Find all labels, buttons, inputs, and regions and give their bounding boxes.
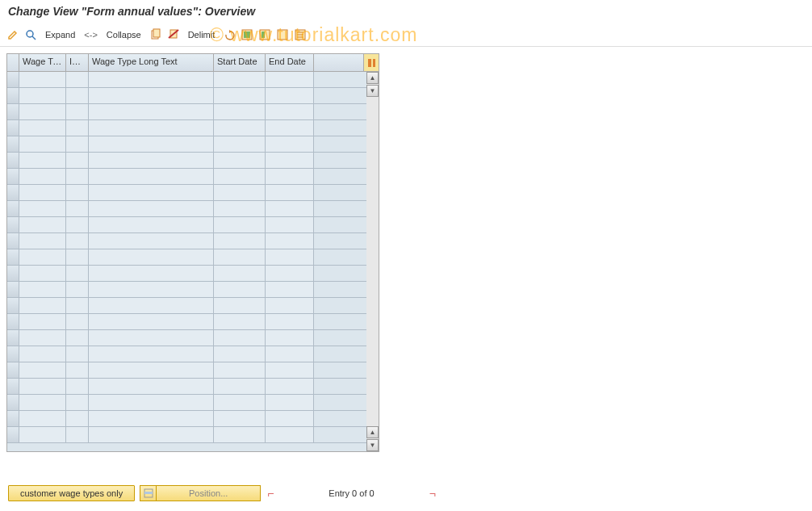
cell-wage-type[interactable] bbox=[19, 104, 66, 119]
header-wage-type[interactable]: Wage Ty… bbox=[19, 54, 66, 71]
cell-end-date[interactable] bbox=[266, 362, 314, 378]
undo-icon[interactable] bbox=[223, 28, 236, 41]
cell-long-text[interactable] bbox=[89, 72, 214, 87]
cell-inf[interactable] bbox=[66, 153, 89, 168]
cell-inf[interactable] bbox=[66, 104, 89, 119]
cell-end-date[interactable] bbox=[266, 185, 314, 200]
table-row[interactable] bbox=[7, 120, 379, 136]
cell-start-date[interactable] bbox=[214, 104, 266, 119]
vertical-scrollbar[interactable]: ▲ ▼ ▲ ▼ bbox=[366, 72, 379, 451]
row-selector[interactable] bbox=[7, 185, 19, 200]
table-row[interactable] bbox=[7, 346, 379, 362]
cell-end-date[interactable] bbox=[266, 233, 314, 249]
cell-long-text[interactable] bbox=[89, 298, 214, 313]
row-selector[interactable] bbox=[7, 427, 19, 442]
cell-inf[interactable] bbox=[66, 379, 89, 394]
row-selector[interactable] bbox=[7, 282, 19, 297]
position-button[interactable]: Position... bbox=[156, 485, 261, 501]
table-row[interactable] bbox=[7, 314, 379, 330]
cell-long-text[interactable] bbox=[89, 201, 214, 216]
print-icon[interactable] bbox=[294, 28, 307, 41]
cell-inf[interactable] bbox=[66, 395, 89, 410]
cell-wage-type[interactable] bbox=[19, 362, 66, 378]
cell-inf[interactable] bbox=[66, 136, 89, 152]
cell-start-date[interactable] bbox=[214, 427, 266, 442]
cell-wage-type[interactable] bbox=[19, 169, 66, 184]
delimit-button[interactable]: Delimit bbox=[185, 30, 219, 40]
row-selector[interactable] bbox=[7, 120, 19, 136]
cell-start-date[interactable] bbox=[214, 379, 266, 394]
table-row[interactable] bbox=[7, 395, 379, 411]
cell-start-date[interactable] bbox=[214, 395, 266, 410]
cell-long-text[interactable] bbox=[89, 88, 214, 103]
cell-end-date[interactable] bbox=[266, 104, 314, 119]
cell-start-date[interactable] bbox=[214, 346, 266, 362]
table-row[interactable] bbox=[7, 104, 379, 120]
cell-end-date[interactable] bbox=[266, 120, 314, 136]
row-selector[interactable] bbox=[7, 72, 19, 87]
table-row[interactable] bbox=[7, 298, 379, 314]
cell-wage-type[interactable] bbox=[19, 427, 66, 442]
header-long-text[interactable]: Wage Type Long Text bbox=[89, 54, 214, 71]
cell-start-date[interactable] bbox=[214, 249, 266, 265]
cell-long-text[interactable] bbox=[89, 185, 214, 200]
cell-wage-type[interactable] bbox=[19, 395, 66, 410]
table-row[interactable] bbox=[7, 266, 379, 282]
cell-inf[interactable] bbox=[66, 233, 89, 249]
cell-wage-type[interactable] bbox=[19, 282, 66, 297]
cell-start-date[interactable] bbox=[214, 411, 266, 426]
row-selector[interactable] bbox=[7, 379, 19, 394]
cell-start-date[interactable] bbox=[214, 330, 266, 346]
table-row[interactable] bbox=[7, 201, 379, 217]
cell-start-date[interactable] bbox=[214, 282, 266, 297]
cell-end-date[interactable] bbox=[266, 153, 314, 168]
cell-inf[interactable] bbox=[66, 201, 89, 216]
table-row[interactable] bbox=[7, 233, 379, 249]
cell-long-text[interactable] bbox=[89, 153, 214, 168]
row-selector[interactable] bbox=[7, 136, 19, 152]
cell-end-date[interactable] bbox=[266, 411, 314, 426]
cell-end-date[interactable] bbox=[266, 217, 314, 232]
cell-long-text[interactable] bbox=[89, 120, 214, 136]
cell-start-date[interactable] bbox=[214, 88, 266, 103]
table-row[interactable] bbox=[7, 217, 379, 233]
cell-long-text[interactable] bbox=[89, 330, 214, 346]
cell-inf[interactable] bbox=[66, 346, 89, 362]
cell-inf[interactable] bbox=[66, 427, 89, 442]
cell-inf[interactable] bbox=[66, 217, 89, 232]
cell-start-date[interactable] bbox=[214, 298, 266, 313]
cell-inf[interactable] bbox=[66, 249, 89, 265]
cell-long-text[interactable] bbox=[89, 104, 214, 119]
cell-inf[interactable] bbox=[66, 120, 89, 136]
cell-start-date[interactable] bbox=[214, 153, 266, 168]
scroll-up-icon[interactable]: ▲ bbox=[366, 72, 379, 84]
row-selector[interactable] bbox=[7, 88, 19, 103]
cell-inf[interactable] bbox=[66, 169, 89, 184]
table-row[interactable] bbox=[7, 330, 379, 346]
cell-inf[interactable] bbox=[66, 72, 89, 87]
row-selector[interactable] bbox=[7, 169, 19, 184]
cell-inf[interactable] bbox=[66, 266, 89, 281]
cell-long-text[interactable] bbox=[89, 169, 214, 184]
cell-start-date[interactable] bbox=[214, 169, 266, 184]
cell-end-date[interactable] bbox=[266, 136, 314, 152]
cell-long-text[interactable] bbox=[89, 395, 214, 410]
cell-end-date[interactable] bbox=[266, 169, 314, 184]
cell-inf[interactable] bbox=[66, 185, 89, 200]
cell-end-date[interactable] bbox=[266, 88, 314, 103]
cell-start-date[interactable] bbox=[214, 120, 266, 136]
expand-button[interactable]: Expand bbox=[42, 30, 78, 40]
header-start-date[interactable]: Start Date bbox=[214, 54, 266, 71]
cell-end-date[interactable] bbox=[266, 346, 314, 362]
cell-wage-type[interactable] bbox=[19, 346, 66, 362]
cell-wage-type[interactable] bbox=[19, 314, 66, 329]
cell-long-text[interactable] bbox=[89, 411, 214, 426]
cell-end-date[interactable] bbox=[266, 298, 314, 313]
table-row[interactable] bbox=[7, 72, 379, 88]
table-row[interactable] bbox=[7, 153, 379, 169]
cell-start-date[interactable] bbox=[214, 266, 266, 281]
table-row[interactable] bbox=[7, 427, 379, 443]
cell-long-text[interactable] bbox=[89, 249, 214, 265]
cell-inf[interactable] bbox=[66, 330, 89, 346]
table-row[interactable] bbox=[7, 282, 379, 298]
